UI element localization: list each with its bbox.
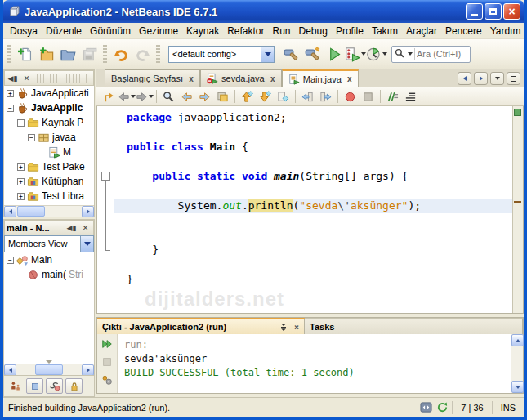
output-vertical-scrollbar[interactable] bbox=[511, 334, 523, 393]
find-button[interactable] bbox=[160, 89, 177, 105]
maximize-button[interactable] bbox=[485, 3, 502, 20]
close-panel-icon[interactable]: ✕ bbox=[20, 73, 33, 84]
scroll-tabs-left-button[interactable] bbox=[458, 72, 471, 85]
minimize-button[interactable] bbox=[466, 3, 483, 20]
forward-button[interactable] bbox=[136, 89, 153, 105]
stop-button[interactable] bbox=[100, 355, 115, 369]
show-fields-button[interactable] bbox=[26, 378, 43, 394]
close-panel-icon[interactable]: ✕ bbox=[79, 222, 92, 234]
show-non-public-button[interactable] bbox=[65, 378, 83, 394]
tree-item-m[interactable]: M bbox=[4, 145, 94, 159]
scroll-left-button[interactable] bbox=[4, 206, 16, 217]
combobox-dropdown-button[interactable] bbox=[80, 236, 93, 252]
fold-collapse-icon[interactable]: − bbox=[101, 172, 110, 181]
scrollbar-thumb[interactable] bbox=[17, 206, 45, 217]
tree-item-main-[interactable]: main(Stri bbox=[4, 267, 94, 282]
scroll-up-button[interactable] bbox=[511, 334, 524, 346]
tree-item-javaa[interactable]: −javaa bbox=[4, 130, 94, 145]
toolbar-grip[interactable] bbox=[156, 45, 160, 63]
menu-dosya[interactable]: Dosya bbox=[6, 24, 42, 38]
new-project-button[interactable] bbox=[36, 43, 57, 65]
run-macro-button[interactable] bbox=[360, 89, 377, 105]
toggle-bookmark-button[interactable] bbox=[275, 89, 292, 105]
menu-takım[interactable]: Takım bbox=[368, 24, 402, 38]
navigator-horizontal-scrollbar[interactable] bbox=[4, 364, 94, 375]
output-tab--kt-javaapplication2-run-[interactable]: Çıktı - JavaApplication2 (run)× bbox=[97, 318, 305, 334]
tree-expander-icon[interactable]: − bbox=[7, 105, 14, 112]
previous-bookmark-button[interactable] bbox=[239, 89, 256, 105]
tab-list-dropdown-button[interactable] bbox=[490, 72, 504, 85]
undo-button[interactable] bbox=[110, 43, 132, 65]
close-tab-icon[interactable]: x bbox=[347, 74, 352, 83]
menu-araçlar[interactable]: Araçlar bbox=[402, 24, 441, 38]
projects-panel-header[interactable]: ◀▮ ✕ bbox=[4, 70, 94, 86]
occurrence-mark-icon[interactable] bbox=[514, 201, 521, 203]
inherited-members-button[interactable] bbox=[7, 378, 24, 394]
menu-profile[interactable]: Profile bbox=[332, 24, 368, 38]
menu-refaktor[interactable]: Refaktor bbox=[223, 24, 268, 38]
combobox-dropdown-button[interactable] bbox=[261, 47, 274, 62]
back-button[interactable] bbox=[118, 89, 135, 105]
tree-item-javaapplic[interactable]: −JavaApplic bbox=[4, 101, 94, 115]
config-combobox[interactable]: <default config> bbox=[168, 46, 275, 63]
redo-button[interactable] bbox=[132, 43, 153, 65]
clean-build-button[interactable] bbox=[301, 43, 323, 65]
output-tab-tasks[interactable]: Tasks bbox=[305, 318, 523, 334]
chevron-down-icon[interactable] bbox=[382, 52, 387, 56]
run-button[interactable] bbox=[324, 43, 345, 65]
minimize-panel-icon[interactable]: ◀▮ bbox=[65, 222, 78, 234]
comment-button[interactable] bbox=[384, 89, 401, 105]
fold-margin[interactable]: − bbox=[97, 106, 114, 313]
maximize-editor-button[interactable] bbox=[507, 72, 520, 85]
output-options-button[interactable] bbox=[100, 373, 115, 387]
scroll-down-button[interactable] bbox=[511, 381, 524, 393]
scroll-left-button[interactable] bbox=[4, 364, 16, 376]
scrollbar-thumb[interactable] bbox=[35, 364, 63, 375]
tree-item-test-libra[interactable]: +Test Libra bbox=[4, 189, 94, 203]
menu-kaynak[interactable]: Kaynak bbox=[182, 24, 223, 38]
projects-horizontal-scrollbar[interactable] bbox=[4, 205, 94, 217]
next-bookmark-button[interactable] bbox=[257, 89, 274, 105]
tree-item-javaapplicati[interactable]: +JavaApplicati bbox=[4, 86, 94, 101]
find-next-button[interactable] bbox=[196, 89, 213, 105]
menu-pencere[interactable]: Pencere bbox=[441, 24, 486, 38]
navigator-panel-header[interactable]: main - N... ◀▮ ✕ bbox=[4, 220, 94, 235]
shift-line-left-button[interactable] bbox=[299, 89, 316, 105]
last-edit-location-button[interactable] bbox=[100, 89, 117, 105]
tree-expander-icon[interactable]: − bbox=[7, 257, 14, 264]
tree-item-test-pake[interactable]: +Test Pake bbox=[4, 159, 94, 174]
menu-yardım[interactable]: Yardım bbox=[486, 24, 525, 38]
tree-expander-icon[interactable]: + bbox=[7, 90, 14, 97]
chevron-down-icon[interactable] bbox=[149, 95, 154, 98]
shift-line-right-button[interactable] bbox=[317, 89, 334, 105]
save-all-button[interactable] bbox=[78, 43, 100, 65]
tree-expander-icon[interactable]: + bbox=[17, 193, 25, 200]
find-previous-button[interactable] bbox=[178, 89, 195, 105]
quick-search-box[interactable] bbox=[391, 46, 471, 63]
uncomment-button[interactable] bbox=[402, 89, 419, 105]
scrollbar-track[interactable] bbox=[64, 364, 82, 375]
scanning-refresh-icon[interactable] bbox=[435, 401, 449, 414]
show-static-members-button[interactable] bbox=[46, 378, 63, 394]
scroll-tabs-right-button[interactable] bbox=[474, 72, 488, 85]
error-stripe[interactable] bbox=[512, 106, 523, 313]
title-bar[interactable]: JavaApplication2 - NetBeans IDE 6.7.1 × bbox=[3, 0, 524, 23]
editing-mode-icon[interactable] bbox=[419, 401, 433, 414]
toolbar-grip[interactable] bbox=[103, 45, 107, 63]
build-button[interactable] bbox=[280, 43, 301, 65]
tree-item-k-t-phan[interactable]: +Kütüphan bbox=[4, 174, 94, 189]
debug-button[interactable] bbox=[345, 43, 366, 65]
menu-gezinme[interactable]: Gezinme bbox=[135, 24, 182, 38]
navigator-view-combobox[interactable]: Members View bbox=[4, 235, 94, 252]
close-tab-icon[interactable]: × bbox=[294, 323, 299, 332]
scrollbar-track[interactable] bbox=[511, 346, 523, 381]
profile-button[interactable] bbox=[366, 43, 387, 65]
tab-main-java[interactable]: Main.javax bbox=[282, 69, 359, 87]
tab-sevda-java[interactable]: sevda.javax bbox=[200, 69, 282, 87]
chevron-down-icon[interactable] bbox=[408, 52, 413, 56]
menu-run[interactable]: Run bbox=[269, 24, 295, 38]
tree-item-kaynak-p[interactable]: −Kaynak P bbox=[4, 115, 94, 130]
scroll-right-button[interactable] bbox=[82, 206, 94, 217]
menu-düzenle[interactable]: Düzenle bbox=[42, 24, 86, 38]
tree-item-main[interactable]: −Main bbox=[4, 252, 94, 267]
